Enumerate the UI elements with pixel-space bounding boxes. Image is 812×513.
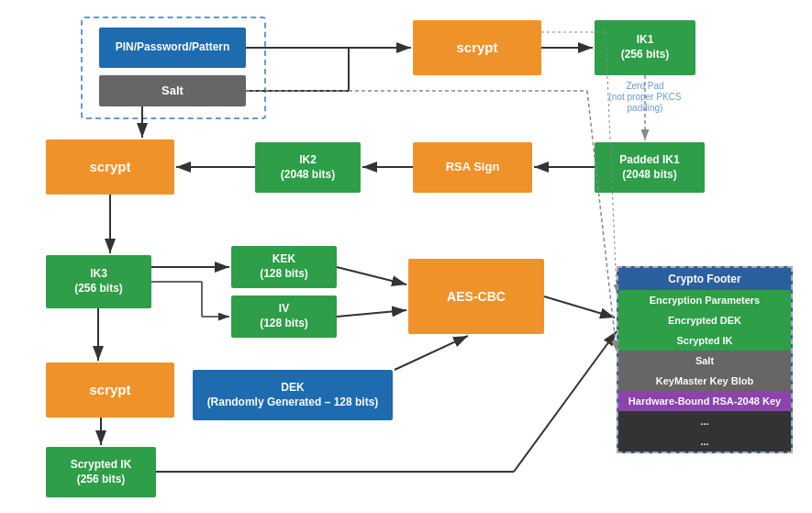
cf-row-scrypted-ik: Scrypted IK: [618, 330, 791, 351]
crypto-footer: Crypto Footer Encryption Parameters Encr…: [617, 266, 793, 453]
cf-row-dots1: ...: [618, 411, 791, 431]
ik2-box: IK2(2048 bits): [255, 142, 361, 193]
padded-ik1-box: Padded IK1(2048 bits): [595, 142, 705, 193]
cf-row-keymaster: KeyMaster Key Blob: [618, 371, 791, 391]
scrypt3-box: scrypt: [46, 362, 174, 418]
cf-row-encrypted-dek: Encrypted DEK: [618, 310, 791, 330]
salt-box: Salt: [99, 75, 246, 106]
kek-box: KEK(128 bits): [231, 246, 337, 288]
svg-line-20: [544, 296, 615, 318]
scrypt2-box: scrypt: [46, 139, 174, 195]
cf-row-hardware-bound: Hardware-Bound RSA-2048 Key: [618, 391, 791, 411]
aes-cbc-box: AES-CBC: [408, 259, 544, 334]
rsa-sign-box: RSA Sign: [413, 142, 532, 193]
cf-row-dots2: ...: [618, 431, 791, 452]
svg-line-17: [337, 267, 406, 284]
scrypted-ik-box: Scrypted IK(256 bits): [46, 447, 156, 497]
cf-row-encryption-params: Encryption Parameters: [618, 290, 791, 310]
svg-line-19: [395, 336, 468, 370]
diagram-container: PIN/Password/Pattern Salt scrypt IK1(256…: [0, 0, 812, 513]
pin-box: PIN/Password/Pattern: [99, 28, 246, 68]
scrypt1-box: scrypt: [413, 20, 541, 75]
svg-line-18: [337, 310, 406, 317]
crypto-footer-title: Crypto Footer: [618, 268, 791, 290]
dek-box: DEK(Randomly Generated – 128 bits): [193, 370, 393, 420]
svg-line-26: [587, 91, 617, 351]
svg-line-24: [514, 331, 617, 472]
iv-box: IV(128 bits): [231, 296, 337, 338]
zero-pad-label: Zero Pad(not proper PKCS padding): [595, 81, 695, 114]
ik3-box: IK3(256 bits): [46, 255, 151, 308]
ik1-box: IK1(256 bits): [595, 20, 695, 75]
cf-row-salt: Salt: [618, 351, 791, 371]
